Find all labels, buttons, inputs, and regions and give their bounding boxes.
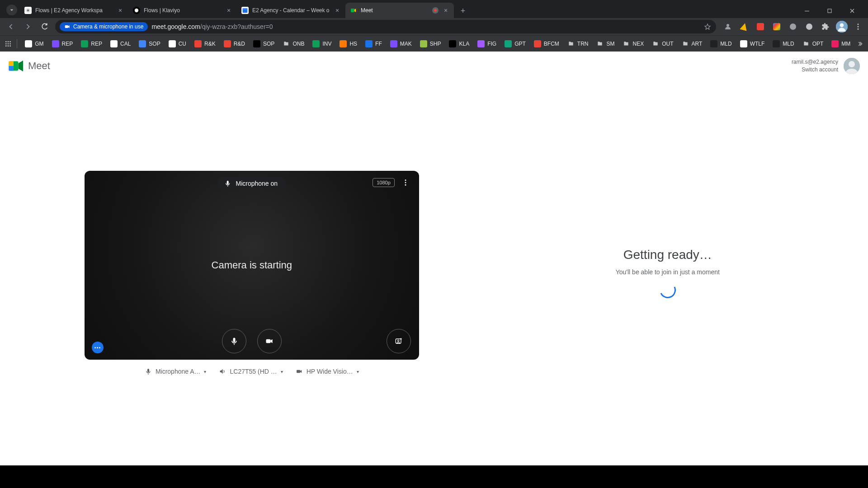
extension-button[interactable] — [738, 20, 750, 33]
toggle-mic-button[interactable] — [222, 329, 246, 353]
chevron-down-icon — [8, 6, 15, 14]
tab-close-button[interactable]: × — [225, 7, 232, 14]
bookmark-item[interactable]: KLA — [445, 38, 473, 49]
bookmark-item[interactable]: OPT — [799, 38, 827, 49]
camera-in-use-chip[interactable]: Camera & microphone in use — [60, 22, 148, 31]
bookmark-item[interactable]: SM — [593, 38, 618, 49]
bookmark-item[interactable]: ART — [678, 38, 706, 49]
bookmark-item[interactable]: FF — [362, 38, 386, 49]
svg-rect-6 — [828, 9, 831, 13]
bookmark-item[interactable]: NEX — [619, 38, 647, 49]
star-icon[interactable] — [703, 23, 712, 31]
bookmark-label: MLD — [720, 41, 731, 47]
bookmark-item[interactable]: TRN — [564, 38, 592, 49]
apps-button[interactable] — [5, 38, 12, 50]
mic-status-label: Microphone on — [236, 180, 278, 187]
toggle-camera-button[interactable] — [257, 329, 282, 353]
klaviyo-icon — [134, 8, 139, 13]
meet-logo[interactable]: Meet — [8, 59, 50, 73]
bookmark-item[interactable]: SOP — [135, 38, 164, 49]
camera-selector[interactable]: HP Wide Visio… ▾ — [296, 368, 359, 375]
speaker-icon — [219, 368, 226, 375]
resolution-badge[interactable]: 1080p — [373, 178, 395, 187]
new-tab-button[interactable]: + — [456, 4, 470, 18]
window-maximize-button[interactable] — [819, 4, 840, 18]
camera-icon — [265, 337, 274, 346]
bookmark-favicon — [139, 40, 146, 47]
bookmark-favicon — [52, 40, 59, 47]
url-host: meet.google.com — [151, 23, 200, 30]
bookmark-item[interactable]: CU — [165, 38, 190, 49]
bookmark-item[interactable]: MLD — [769, 38, 797, 49]
svg-point-35 — [397, 340, 399, 342]
video-preview-zone: Microphone on 1080p Camera is starting — [0, 171, 504, 375]
bookmark-item[interactable]: BFCM — [530, 38, 563, 49]
browser-tab-active[interactable]: Meet × — [345, 3, 454, 18]
mic-selector[interactable]: Microphone A… ▾ — [145, 368, 207, 375]
bookmark-item[interactable]: REP — [77, 38, 106, 49]
speaker-selector[interactable]: LC27T55 (HD … ▾ — [219, 368, 283, 375]
extension-button[interactable] — [754, 20, 767, 33]
bookmark-item[interactable]: SHP — [416, 38, 445, 49]
svg-point-11 — [858, 23, 859, 25]
bookmark-label: GPT — [514, 41, 526, 47]
tab-favicon — [24, 7, 32, 14]
extension-button[interactable] — [770, 20, 783, 33]
extension-button[interactable] — [787, 20, 799, 33]
bookmark-item[interactable]: FIG — [474, 38, 500, 49]
loading-spinner-icon — [657, 280, 678, 300]
account-avatar-button[interactable] — [835, 20, 848, 33]
tab-close-button[interactable]: × — [117, 7, 124, 14]
visual-effects-button[interactable] — [387, 329, 411, 353]
bookmark-item[interactable]: GPT — [501, 38, 529, 49]
browser-tab[interactable]: Flows | E2 Agency Workspa × — [20, 3, 128, 18]
account-avatar[interactable] — [844, 58, 860, 74]
chrome-menu-button[interactable] — [852, 20, 864, 33]
tab-close-button[interactable]: × — [334, 7, 341, 14]
bookmark-item[interactable]: SOP — [250, 38, 278, 49]
bookmark-label: REP — [62, 41, 73, 47]
bookmark-label: CU — [179, 41, 186, 47]
bookmark-item[interactable]: MM — [828, 38, 854, 49]
tab-search-button[interactable] — [4, 2, 20, 18]
extensions-menu-button[interactable] — [819, 20, 832, 33]
bookmarks-overflow-button[interactable] — [856, 40, 863, 47]
meet-icon — [350, 7, 357, 14]
minimize-icon — [803, 7, 811, 14]
reactions-bubble[interactable] — [92, 342, 104, 353]
microphone-icon — [230, 337, 239, 346]
bookmark-item[interactable]: MLD — [707, 38, 735, 49]
tile-more-button[interactable] — [400, 177, 411, 188]
bookmark-favicon — [773, 40, 780, 47]
tab-close-button[interactable]: × — [442, 7, 449, 14]
bookmark-item[interactable]: WTLF — [736, 38, 769, 49]
bookmark-item[interactable]: HS — [336, 38, 361, 49]
nav-back-button[interactable] — [4, 19, 18, 34]
nav-reload-button[interactable] — [38, 19, 52, 34]
bookmark-item[interactable]: REP — [48, 38, 77, 49]
window-close-button[interactable] — [842, 4, 863, 18]
chevron-down-icon: ▾ — [204, 369, 206, 374]
nav-forward-button[interactable] — [21, 19, 35, 34]
bookmark-item[interactable]: R&D — [220, 38, 249, 49]
window-minimize-button[interactable] — [797, 4, 817, 18]
bookmark-item[interactable]: CAL — [107, 38, 134, 49]
bookmark-item[interactable]: GM — [21, 38, 47, 49]
address-bar[interactable]: Camera & microphone in use meet.google.c… — [55, 20, 716, 33]
browser-tab[interactable]: E2 Agency - Calendar – Week o × — [237, 3, 345, 18]
profile-button[interactable] — [722, 20, 734, 33]
bookmark-item[interactable]: INV — [309, 38, 335, 49]
browser-tab[interactable]: Flows | Klaviyo × — [128, 3, 237, 18]
svg-point-10 — [840, 23, 844, 27]
bookmark-favicon — [567, 40, 575, 47]
bookmark-favicon — [420, 40, 427, 47]
bookmark-item[interactable]: MAK — [387, 38, 415, 49]
extension-button[interactable] — [803, 20, 816, 33]
bookmark-item[interactable]: R&K — [191, 38, 219, 49]
bookmark-item[interactable]: OUT — [648, 38, 677, 49]
switch-account-link[interactable]: Switch account — [792, 66, 838, 74]
tab-title: Meet — [361, 7, 429, 14]
svg-point-20 — [5, 45, 7, 47]
svg-point-30 — [405, 182, 406, 183]
bookmark-item[interactable]: ONB — [279, 38, 308, 49]
